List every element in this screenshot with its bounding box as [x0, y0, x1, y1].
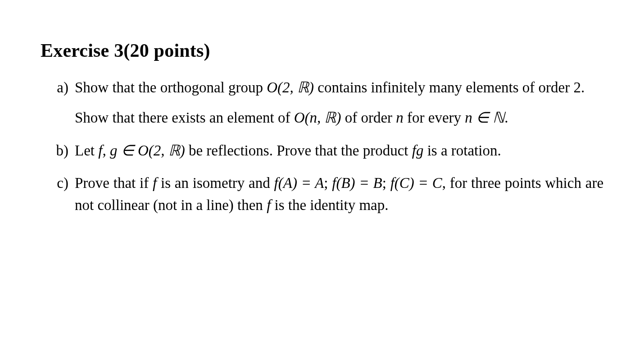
math-n: n — [396, 110, 404, 126]
text: of order — [341, 110, 396, 126]
item-c-body: Prove that if f is an isometry and f(A) … — [75, 172, 603, 216]
text: contains infinitely many elements of ord… — [314, 79, 585, 96]
math-OnR: O(n, ℝ) — [294, 110, 341, 126]
exercise-title: Exercise 3(20 points) — [41, 40, 603, 61]
item-c-marker: c) — [41, 172, 75, 216]
math-n-in-N: n ∈ ℕ — [465, 110, 504, 126]
item-b-marker: b) — [41, 140, 75, 162]
item-a-marker: a) — [41, 77, 75, 129]
text: Let — [75, 142, 98, 159]
item-a-p2: Show that there exists an element of O(n… — [75, 107, 603, 129]
math-f: f — [153, 175, 157, 191]
math-fC: f(C) = C — [390, 175, 442, 191]
math-fB: f(B) = B — [332, 175, 382, 191]
item-a: a) Show that the orthogonal group O(2, ℝ… — [41, 77, 603, 129]
text: ; — [382, 175, 390, 191]
math-fA: f(A) = A — [274, 175, 324, 191]
math-fg-in-O2R: f, g ∈ O(2, ℝ) — [98, 142, 185, 159]
text: . — [504, 110, 508, 126]
math-f2: f — [267, 197, 271, 213]
math-fg: fg — [412, 142, 424, 159]
item-b-p1: Let f, g ∈ O(2, ℝ) be reflections. Prove… — [75, 140, 603, 162]
text: is a rotation. — [423, 142, 501, 159]
text: Show that the orthogonal group — [75, 79, 267, 96]
text: be reflections. Prove that the product — [185, 142, 412, 159]
text: for every — [404, 110, 465, 126]
item-c-p1: Prove that if f is an isometry and f(A) … — [75, 172, 603, 216]
exercise-list: a) Show that the orthogonal group O(2, ℝ… — [41, 77, 603, 216]
text: ; — [324, 175, 332, 191]
text: is the identity map. — [271, 197, 388, 213]
text: Prove that if — [75, 175, 153, 191]
item-b: b) Let f, g ∈ O(2, ℝ) be reflections. Pr… — [41, 140, 603, 162]
item-a-body: Show that the orthogonal group O(2, ℝ) c… — [75, 77, 603, 129]
math-O2R: O(2, ℝ) — [267, 79, 314, 96]
item-c: c) Prove that if f is an isometry and f(… — [41, 172, 603, 216]
text: is an isometry and — [157, 175, 274, 191]
item-a-p1: Show that the orthogonal group O(2, ℝ) c… — [75, 77, 603, 99]
text: Show that there exists an element of — [75, 110, 294, 126]
item-b-body: Let f, g ∈ O(2, ℝ) be reflections. Prove… — [75, 140, 603, 162]
exercise-page: Exercise 3(20 points) a) Show that the o… — [0, 0, 644, 245]
